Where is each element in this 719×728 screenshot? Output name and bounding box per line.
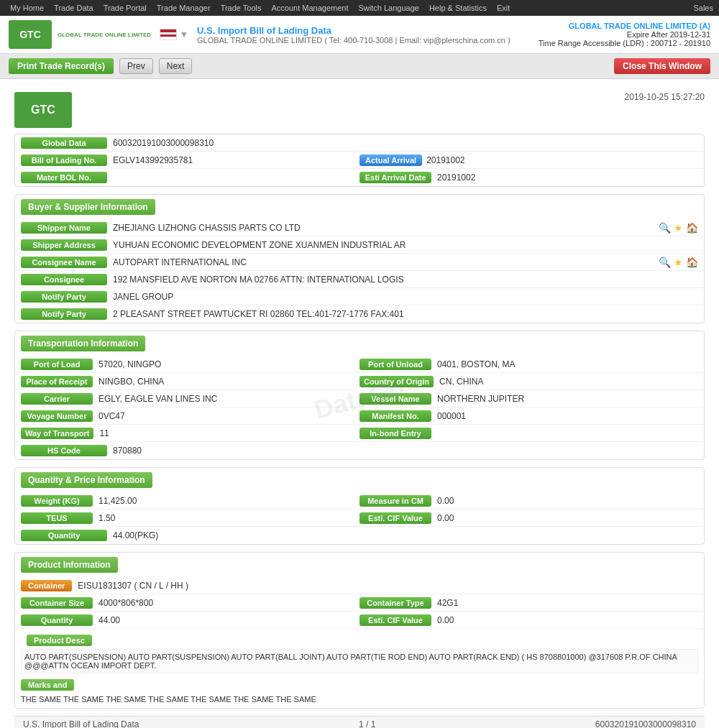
- teus-cif-row: TEUS 1.50 Esti. CIF Value 0.00: [15, 510, 704, 527]
- teus-label: TEUS: [21, 512, 93, 524]
- consignee-home-icon[interactable]: 🏠: [686, 257, 698, 268]
- nav-tradedata[interactable]: Trade Data: [50, 2, 98, 14]
- shipper-name-row: Shipper Name ZHEJIANG LIZHONG CHASSIS PA…: [15, 219, 704, 236]
- consignee-value: 192 MANSFIELD AVE NORTON MA 02766 ATTN: …: [113, 275, 698, 285]
- header-title-area: U.S. Import Bill of Lading Data GLOBAL T…: [197, 25, 539, 45]
- teus-col: TEUS 1.50: [21, 512, 360, 524]
- container-size-type-row: Container Size 4000*806*800 Container Ty…: [15, 594, 704, 612]
- expire-date: Expire After 2019-12-31: [539, 30, 710, 39]
- carrier-value: EGLY, EAGLE VAN LINES INC: [99, 394, 217, 404]
- shipper-search-icon[interactable]: 🔍: [659, 222, 671, 234]
- shipper-name-icons: 🔍 ★ 🏠: [659, 222, 698, 234]
- container-row: Container EISU1831307 ( CN / L / HH ): [15, 577, 704, 594]
- consignee-name-label: Consignee Name: [21, 257, 107, 268]
- company-name: GLOBAL TRADE ONLINE LIMITED (A): [539, 22, 710, 30]
- consignee-name-icons: 🔍 ★ 🏠: [659, 257, 698, 268]
- logo: GTC: [9, 20, 52, 49]
- marks-text: THE SAME THE SAME THE SAME THE SAME THE …: [15, 694, 704, 708]
- product-desc-section: Product Desc AUTO PART(SUSPENSION) AUTO …: [15, 629, 704, 676]
- nav-myhome[interactable]: My Home: [6, 2, 48, 14]
- bol-label: Bill of Lading No.: [21, 155, 107, 166]
- weight-label: Weight (KG): [21, 495, 93, 507]
- page-title: U.S. Import Bill of Lading Data: [197, 25, 539, 36]
- voyage-value: 0VC47: [99, 411, 125, 421]
- actual-arrival-badge: Actual Arrival: [360, 155, 422, 166]
- close-button-top[interactable]: Close This Window: [614, 58, 710, 74]
- buyer-supplier-section: Buyer & Supplier Information Shipper Nam…: [14, 194, 705, 323]
- nav-menu: My Home Trade Data Trade Portal Trade Ma…: [6, 2, 514, 14]
- print-button-top[interactable]: Print Trade Record(s): [9, 58, 114, 74]
- doc-timestamp: 2019-10-25 15:27:20: [625, 92, 705, 102]
- nav-trademanager[interactable]: Trade Manager: [152, 2, 215, 14]
- esti-arrival-label: Esti Arrival Date: [360, 172, 431, 183]
- quantity-row: Quantity 44.00(PKG): [15, 527, 704, 544]
- weight-value: 11,425.00: [99, 496, 137, 506]
- nav-tradeportal[interactable]: Trade Portal: [99, 2, 151, 14]
- logo-area: GTC GLOBAL TRADE ONLINE LIMITED: [9, 20, 151, 49]
- footer-record-id: 600320191003000098310: [595, 719, 696, 728]
- doc-logo: GTC: [14, 92, 72, 128]
- shipper-address-value: YUHUAN ECONOMIC DEVELOPMENT ZONE XUANMEN…: [113, 240, 698, 250]
- esti-cif-label: Esti. CIF Value: [360, 512, 431, 524]
- container-type-label: Container Type: [360, 597, 431, 609]
- nav-tradetools[interactable]: Trade Tools: [216, 2, 266, 14]
- way-transport-col: Way of Transport 11: [21, 428, 360, 439]
- marks-section: Marks and THE SAME THE SAME THE SAME THE…: [15, 676, 704, 708]
- nav-exit[interactable]: Exit: [493, 2, 514, 14]
- port-load-col: Port of Load 57020, NINGPO: [21, 359, 360, 370]
- prev-button-top[interactable]: Prev: [119, 58, 153, 74]
- product-section: Product Information Container EISU183130…: [14, 552, 705, 709]
- measure-col: Measure in CM 0.00: [360, 495, 698, 507]
- quantity-header: Quantity & Price Information: [21, 472, 152, 488]
- toolbar-top: Print Trade Record(s) Prev Next Close Th…: [0, 54, 719, 79]
- vessel-label: Vessel Name: [360, 393, 431, 405]
- actual-arrival-date: 20191002: [426, 155, 464, 165]
- teus-value: 1.50: [99, 513, 115, 523]
- shipper-name-value: ZHEJIANG LIZHONG CHASSIS PARTS CO LTD: [113, 223, 659, 233]
- quantity-section: Quantity & Price Information Weight (KG)…: [14, 467, 705, 545]
- nav-help[interactable]: Help & Statistics: [425, 2, 491, 14]
- port-row: Port of Load 57020, NINGPO Port of Unloa…: [15, 356, 704, 373]
- carrier-vessel-row: Carrier EGLY, EAGLE VAN LINES INC Vessel…: [15, 390, 704, 407]
- consignee-star-icon[interactable]: ★: [674, 257, 683, 268]
- product-qty-col: Quantity 44.00: [21, 614, 360, 626]
- container-size-col: Container Size 4000*806*800: [21, 597, 360, 609]
- shipper-star-icon[interactable]: ★: [674, 222, 683, 234]
- basic-info-section: Global Data 600320191003000098310 Bill o…: [14, 134, 705, 187]
- place-country-row: Place of Receipt NINGBO, CHINA Country o…: [15, 373, 704, 390]
- esti-cif-col: Esti. CIF Value 0.00: [360, 512, 698, 524]
- shipper-name-label: Shipper Name: [21, 222, 107, 234]
- esti-arrival-col: Esti Arrival Date 20191002: [360, 172, 698, 183]
- footer-pagination: U.S. Import Bill of Lading Data 1 / 1 60…: [14, 716, 705, 728]
- bol-col: Bill of Lading No. EGLV143992935781: [21, 155, 360, 166]
- next-button-top[interactable]: Next: [159, 58, 193, 74]
- carrier-col: Carrier EGLY, EAGLE VAN LINES INC: [21, 393, 360, 405]
- shipper-home-icon[interactable]: 🏠: [686, 222, 698, 234]
- way-transport-label: Way of Transport: [21, 428, 93, 439]
- consignee-name-row: Consignee Name AUTOPART INTERNATIONAL IN…: [15, 254, 704, 271]
- inbond-col: In-bond Entry: [360, 428, 698, 439]
- doc-logo-text: GTC: [31, 103, 55, 116]
- header-right-info: GLOBAL TRADE ONLINE LIMITED (A) Expire A…: [539, 22, 710, 47]
- notify-party-row2: Notify Party 2 PLEASANT STREET PAWTUCKET…: [15, 305, 704, 323]
- doc-logo-box: GTC: [14, 92, 72, 128]
- nav-language[interactable]: Switch Language: [354, 2, 423, 14]
- measure-value: 0.00: [437, 496, 454, 506]
- nav-accountmgmt[interactable]: Account Management: [267, 2, 353, 14]
- vessel-value: NORTHERN JUPITER: [437, 394, 524, 404]
- consignee-search-icon[interactable]: 🔍: [659, 257, 671, 268]
- notify-party-value2: 2 PLEASANT STREET PAWTUCKET RI 02860 TEL…: [113, 309, 698, 319]
- footer-pagination-count: 1 / 1: [359, 719, 375, 728]
- notify-party-value1: JANEL GROUP: [113, 292, 698, 302]
- contact-info: GLOBAL TRADE ONLINE LIMITED ( Tel: 400-7…: [197, 36, 539, 45]
- consignee-name-value: AUTOPART INTERNATIONAL INC: [113, 257, 659, 267]
- place-receipt-col: Place of Receipt NINGBO, CHINA: [21, 376, 360, 387]
- master-bol-col: Mater BOL No.: [21, 172, 360, 183]
- top-navigation: My Home Trade Data Trade Portal Trade Ma…: [0, 0, 719, 16]
- manifest-col: Manifest No. 000001: [360, 410, 698, 422]
- notify-party-label2: Notify Party: [21, 308, 107, 320]
- measure-label: Measure in CM: [360, 495, 431, 507]
- container-value: EISU1831307 ( CN / L / HH ): [78, 581, 698, 591]
- carrier-label: Carrier: [21, 393, 93, 405]
- marks-header: Marks and: [21, 679, 74, 691]
